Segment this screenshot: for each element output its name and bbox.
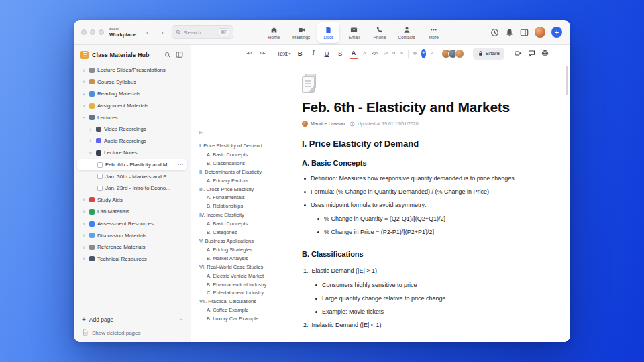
chevron-right-icon[interactable]: › (81, 196, 87, 203)
outline-item[interactable]: VI. Real-World Case Studies (199, 263, 300, 272)
outline-item[interactable]: B. Categories (199, 229, 300, 237)
search-input[interactable]: Search ⌘F (172, 25, 233, 39)
collaborator-avatar[interactable] (455, 49, 464, 58)
sidebar-item-lab-materials[interactable]: › Lab Materials (77, 206, 187, 218)
outline-item[interactable]: B. Classifications (199, 160, 300, 168)
outline-item[interactable]: IV. Income Elasticity (199, 211, 300, 220)
link-icon[interactable] (384, 50, 388, 57)
outline-item[interactable]: B. Relationships (199, 202, 300, 211)
strikethrough-button[interactable]: S (336, 48, 345, 59)
sidebar-item-discussion-materials[interactable]: › Discussion Materials (77, 229, 187, 241)
chevron-right-icon[interactable]: › (81, 221, 87, 227)
outline-item[interactable]: B. Luxury Car Example (199, 315, 300, 324)
start-video-icon[interactable] (515, 50, 522, 57)
outline-item[interactable]: VII. Practical Calculations (199, 298, 300, 306)
chevron-down-icon[interactable]: › (178, 318, 184, 320)
code-button[interactable]: </> (371, 48, 380, 59)
chevron-right-icon[interactable]: › (81, 78, 87, 85)
sidebar-item-assignment-materials[interactable]: › Assignment Materials (77, 100, 187, 112)
chevron-down-icon[interactable]: › (80, 91, 87, 97)
notifications-bell-icon[interactable] (505, 28, 514, 37)
comments-icon[interactable] (528, 50, 535, 57)
forward-button[interactable]: › (157, 27, 167, 38)
sidebar-collapse-icon[interactable] (175, 50, 184, 59)
ai-companion-button[interactable]: + (421, 49, 425, 58)
sidebar-item-technical-resources[interactable]: › Technical Resources (77, 253, 187, 265)
sidebar-item-lectures[interactable]: › Lectures (77, 111, 187, 123)
globe-icon[interactable] (541, 50, 549, 57)
tab-phone[interactable]: Phone (368, 22, 390, 43)
item-more-icon[interactable]: ⋯ (178, 162, 183, 168)
highlighter-icon[interactable] (363, 50, 366, 57)
tab-more[interactable]: More (423, 22, 445, 43)
tab-contacts[interactable]: Contacts (394, 22, 419, 43)
tab-docs[interactable]: Docs (317, 22, 339, 43)
chevron-down-icon[interactable]: › (80, 115, 87, 120)
chevron-right-icon[interactable]: › (81, 208, 87, 215)
outline-item[interactable]: A. Basic Concepts (199, 220, 300, 229)
add-page-button[interactable]: + Add page › (82, 316, 182, 323)
sidebar-item-lecture-slides[interactable]: › Lecture Slides/Presentations (77, 64, 187, 76)
sidebar-item-study-aids[interactable]: › Study Aids (77, 194, 187, 206)
emoji-icon[interactable] (413, 50, 417, 57)
outline-item[interactable]: III. Cross-Price Elasticity (199, 186, 300, 194)
user-avatar[interactable] (535, 27, 545, 38)
tab-meetings[interactable]: Meetings (288, 22, 314, 43)
sidebar-item-course-syllabus[interactable]: › Course Syllabus (77, 76, 187, 88)
chevron-right-icon[interactable]: › (88, 137, 93, 144)
more-options-icon[interactable]: ⋯ (555, 48, 564, 59)
text-style-dropdown[interactable]: Text ▾ (277, 50, 291, 57)
outline-item[interactable]: A. Electric Vehicle Market (199, 272, 300, 281)
outline-item[interactable]: V. Business Applications (199, 237, 300, 246)
minimize-window-button[interactable] (90, 29, 95, 35)
collapse-toolbar-icon[interactable] (431, 50, 434, 57)
tab-email[interactable]: Email (343, 22, 365, 43)
share-button[interactable]: Share (473, 48, 504, 60)
outline-item[interactable]: B. Market Analysis (199, 255, 300, 263)
history-clock-icon[interactable] (490, 28, 499, 37)
chevron-right-icon[interactable]: › (88, 126, 93, 133)
indent-icon[interactable] (400, 50, 403, 57)
outline-item[interactable]: A. Primary Factors (199, 177, 300, 186)
sidebar-item-reading-materials[interactable]: › Reading Materials (77, 88, 187, 100)
chevron-right-icon[interactable]: › (81, 232, 87, 239)
tab-home[interactable]: Home (263, 22, 285, 43)
chevron-right-icon[interactable]: › (81, 244, 87, 251)
chevron-right-icon[interactable]: › (81, 103, 87, 109)
outline-item[interactable]: B. Pharmaceutical Industry (199, 281, 300, 290)
side-panel-icon[interactable] (520, 28, 529, 37)
document-canvas[interactable]: Feb. 6th - Elasticity and Markets Mauric… (191, 62, 570, 342)
chevron-down-icon[interactable]: › (87, 150, 94, 156)
outline-item[interactable]: I. Price Elasticity of Demand (199, 142, 300, 151)
bullet-list-icon[interactable] (392, 50, 396, 57)
back-button[interactable]: ‹ (142, 27, 152, 38)
redo-button[interactable]: ↷ (258, 48, 267, 59)
vertical-scrollbar[interactable] (566, 66, 568, 95)
sidebar-search-icon[interactable] (163, 50, 172, 59)
sidebar-item-feb-6th-selected[interactable]: Feb. 6th - Elasticity and M... ⋯ (77, 159, 187, 171)
new-item-plus-button[interactable]: + (551, 27, 562, 38)
outline-item[interactable]: A. Pricing Strategies (199, 246, 300, 255)
font-color-button[interactable]: A (350, 48, 358, 59)
italic-button[interactable]: I (309, 48, 318, 59)
outline-item[interactable]: C. Entertainment Industry (199, 289, 300, 298)
document-title[interactable]: Feb. 6th - Elasticity and Markets (302, 99, 570, 115)
sidebar-item-reference-materials[interactable]: › Reference Materials (77, 241, 187, 253)
document-body[interactable]: I. Price Elasticity of Demand A. Basic C… (302, 139, 565, 333)
sidebar-item-video-recordings[interactable]: › Video Recordings (77, 123, 187, 135)
sidebar-item-lecture-notes[interactable]: › Lecture Notes (77, 147, 187, 159)
collapse-outline-icon[interactable]: ⇤ (199, 129, 300, 136)
sidebar-item-audio-recordings[interactable]: › Audio Recordings (77, 135, 187, 147)
outline-item[interactable]: A. Basic Concepts (199, 151, 300, 160)
outline-item[interactable]: A. Fundamentals (199, 194, 300, 202)
chevron-right-icon[interactable]: › (81, 67, 87, 74)
undo-button[interactable]: ↶ (245, 48, 254, 59)
maximize-window-button[interactable] (99, 29, 104, 35)
outline-item[interactable]: A. Coffee Example (199, 306, 300, 315)
bold-button[interactable]: B (296, 48, 305, 59)
underline-button[interactable]: U (323, 48, 331, 59)
close-window-button[interactable] (81, 29, 87, 35)
sidebar-item-assessment-resources[interactable]: › Assessment Resources (77, 218, 187, 230)
sidebar-item-jan-30th[interactable]: Jan. 30th - Markets and P... (77, 170, 187, 182)
outline-item[interactable]: II. Determinants of Elasticity (199, 168, 300, 177)
